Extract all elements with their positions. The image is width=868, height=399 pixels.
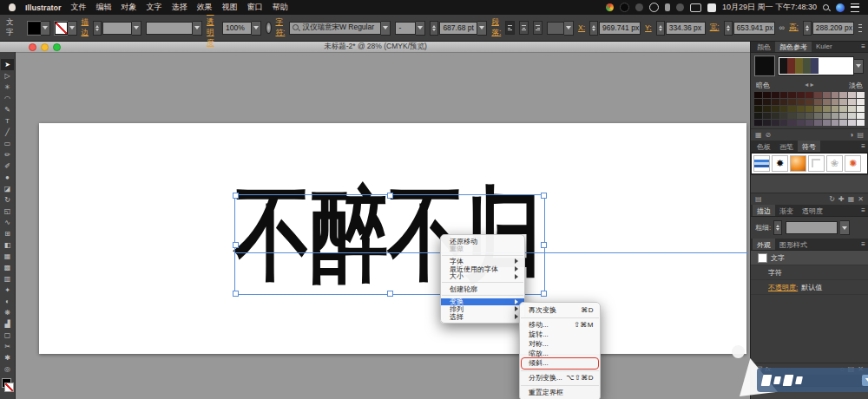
panel-tab[interactable]: 画笔 bbox=[775, 141, 798, 152]
color-variation-swatch[interactable] bbox=[780, 99, 788, 105]
context-menu-item[interactable]: 大小 bbox=[441, 272, 524, 280]
menubar-input[interactable] bbox=[707, 3, 716, 12]
y-field[interactable]: 334.36 px bbox=[666, 22, 706, 35]
menubar-item[interactable]: 选择 bbox=[172, 2, 187, 13]
submenu-item[interactable]: 旋转... bbox=[520, 330, 600, 339]
tool-blob-brush[interactable]: ● bbox=[1, 172, 14, 183]
canvas[interactable]: 不醉不归 bbox=[15, 52, 751, 399]
tool-eraser[interactable]: ◪ bbox=[1, 183, 14, 194]
color-variation-swatch[interactable] bbox=[754, 106, 762, 112]
delete-symbol-icon[interactable]: ✕ bbox=[858, 195, 864, 203]
color-variation-swatch[interactable] bbox=[823, 106, 831, 112]
menubar-item[interactable]: 编辑 bbox=[96, 2, 112, 13]
color-variation-swatch[interactable] bbox=[814, 120, 822, 126]
color-variation-swatch[interactable] bbox=[806, 99, 813, 105]
color-variation-swatch[interactable] bbox=[780, 113, 788, 119]
tool-width[interactable]: ∿ bbox=[1, 217, 14, 228]
stroke-link[interactable]: 描边 bbox=[82, 17, 89, 38]
menubar-item[interactable]: 效果 bbox=[197, 2, 213, 13]
tool-free-transform[interactable]: ⊞ bbox=[1, 228, 14, 239]
color-variation-swatch[interactable] bbox=[788, 92, 796, 98]
close-window-button[interactable] bbox=[29, 43, 36, 51]
context-menu-item[interactable] bbox=[442, 295, 523, 296]
stroke-weight-dropdown-icon[interactable] bbox=[840, 220, 850, 235]
tool-scale[interactable]: ◱ bbox=[1, 206, 14, 217]
menubar-clock[interactable]: 10月29日 周一 下午7:48:30 bbox=[722, 2, 817, 13]
fx-icon[interactable]: fx. bbox=[766, 365, 773, 373]
color-variation-swatch[interactable] bbox=[772, 120, 779, 126]
menubar-moon[interactable] bbox=[620, 3, 629, 12]
menubar-item[interactable]: 帮助 bbox=[273, 2, 288, 13]
fill-color-swatch[interactable] bbox=[28, 22, 41, 35]
panel-tab[interactable]: 渐变 bbox=[775, 205, 798, 216]
panel-tab[interactable]: 外观 bbox=[753, 239, 775, 250]
color-variation-swatch[interactable] bbox=[788, 99, 796, 105]
width-profile-field[interactable] bbox=[146, 22, 193, 35]
font-size-stepper[interactable] bbox=[430, 21, 438, 36]
width-label[interactable]: 宽: bbox=[710, 23, 720, 33]
font-style-dropdown-icon[interactable] bbox=[416, 21, 425, 36]
app-menu[interactable]: Illustrator bbox=[25, 3, 62, 12]
save-to-swatches-icon[interactable]: ▤ bbox=[857, 131, 864, 139]
spotlight-search-icon[interactable] bbox=[823, 4, 830, 11]
color-variation-swatch[interactable] bbox=[780, 92, 788, 98]
color-variation-swatch[interactable] bbox=[797, 120, 805, 126]
menubar-item[interactable]: 视图 bbox=[222, 2, 238, 13]
symbol-corner[interactable] bbox=[808, 155, 825, 172]
color-variation-swatch[interactable] bbox=[780, 106, 788, 112]
y-stepper[interactable] bbox=[656, 21, 665, 36]
align-left-button[interactable] bbox=[505, 21, 515, 35]
context-menu-item[interactable]: 重做 bbox=[441, 245, 524, 253]
toolbar-stroke-swatch[interactable] bbox=[4, 383, 14, 392]
siri-icon[interactable] bbox=[836, 3, 845, 12]
tool-lasso[interactable]: ◠ bbox=[1, 93, 14, 104]
menubar-display[interactable] bbox=[690, 3, 701, 12]
new-stroke-icon[interactable]: ▣ bbox=[755, 365, 762, 373]
color-variation-swatch[interactable] bbox=[839, 106, 847, 112]
stroke-dropdown-arrow-icon[interactable] bbox=[68, 21, 77, 36]
color-variation-swatch[interactable] bbox=[848, 120, 856, 126]
symbol-libraries-icon[interactable]: ▤ bbox=[755, 195, 762, 203]
appearance-row[interactable]: 文字 bbox=[751, 251, 868, 265]
opacity-field[interactable]: 100% bbox=[222, 22, 252, 35]
align-panel-button[interactable] bbox=[547, 22, 564, 35]
color-variation-swatch[interactable] bbox=[754, 113, 762, 119]
color-variation-swatch[interactable] bbox=[754, 120, 762, 126]
font-family-dropdown-icon[interactable] bbox=[381, 21, 391, 36]
panel-menu-icon[interactable]: ≡ bbox=[861, 240, 865, 248]
tool-perspective-grid[interactable]: ▦ bbox=[1, 251, 14, 262]
submenu-item[interactable]: 倾斜... bbox=[520, 358, 600, 368]
panel-tab[interactable]: 图层 bbox=[753, 375, 775, 386]
edit-colors-icon[interactable]: ◑ bbox=[850, 131, 854, 139]
menubar-item[interactable]: 对象 bbox=[122, 2, 137, 13]
tool-blend[interactable]: ◐ bbox=[1, 296, 14, 307]
menubar-item[interactable]: 文字 bbox=[147, 2, 162, 13]
tool-mesh[interactable]: ▩ bbox=[1, 262, 14, 273]
submenu-item[interactable] bbox=[521, 385, 599, 386]
appearance-row[interactable]: 字符 bbox=[751, 265, 868, 280]
color-variation-swatch[interactable] bbox=[839, 92, 847, 98]
color-variation-swatch[interactable] bbox=[772, 113, 779, 119]
symbol-flower-red[interactable]: ✺ bbox=[845, 155, 861, 172]
y-label[interactable]: Y: bbox=[645, 23, 652, 32]
color-variation-swatch[interactable] bbox=[848, 99, 856, 105]
symbol-ball[interactable] bbox=[790, 155, 806, 172]
new-symbol-icon[interactable]: ▦ bbox=[848, 195, 855, 203]
graphic-style-button[interactable] bbox=[266, 22, 272, 34]
color-variation-swatch[interactable] bbox=[848, 106, 856, 112]
font-size-field[interactable]: 687.68 pt bbox=[439, 22, 477, 35]
color-variation-swatch[interactable] bbox=[814, 106, 822, 112]
notification-center-icon[interactable] bbox=[851, 3, 859, 12]
context-menu-item[interactable] bbox=[442, 255, 523, 256]
menubar-item[interactable]: 文件 bbox=[71, 2, 87, 13]
color-variation-swatch[interactable] bbox=[763, 99, 771, 105]
tool-pen[interactable]: ✎ bbox=[1, 104, 14, 115]
tool-eyedropper[interactable]: ✦ bbox=[1, 285, 14, 296]
panel-tab[interactable]: 画板 bbox=[775, 375, 798, 386]
color-variation-swatch[interactable] bbox=[832, 113, 839, 119]
color-variation-swatch[interactable] bbox=[754, 99, 762, 105]
align-center-button[interactable] bbox=[519, 21, 529, 35]
panel-tab[interactable]: 颜色参考 bbox=[775, 41, 812, 52]
color-variation-swatch[interactable] bbox=[832, 92, 839, 98]
color-variation-swatch[interactable] bbox=[839, 113, 847, 119]
